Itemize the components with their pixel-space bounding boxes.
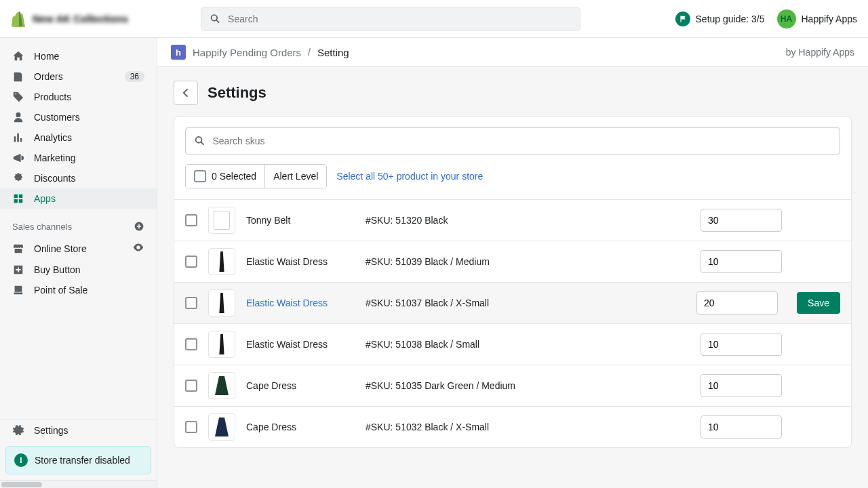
nav-analytics[interactable]: Analytics [0, 127, 157, 148]
sales-channels-header: Sales channels [0, 209, 157, 237]
nav-label: Marketing [34, 152, 75, 163]
transfer-banner[interactable]: i Store transfer disabled [5, 446, 151, 474]
search-icon [194, 135, 205, 147]
nav-label: Apps [34, 193, 56, 204]
channel-pos[interactable]: Point of Sale [0, 280, 157, 300]
row-checkbox[interactable] [185, 297, 197, 309]
table-row: Cape Dress#SKU: 51035 Dark Green / Mediu… [174, 365, 851, 406]
selected-count: 0 Selected [212, 171, 256, 182]
row-checkbox[interactable] [185, 380, 197, 392]
table-row: Tonny Belt#SKU: 51320 Black [174, 199, 851, 241]
view-store-icon[interactable] [132, 241, 144, 256]
selection-group: 0 Selected Alert Level [185, 164, 327, 188]
nav-label: Customers [34, 112, 80, 123]
alert-qty-input[interactable] [701, 333, 782, 356]
back-button[interactable] [174, 81, 198, 105]
app-header: h Happify Pending Orders / Setting by Ha… [157, 38, 868, 67]
product-thumbnail [208, 331, 235, 358]
nav-orders[interactable]: Orders 36 [0, 66, 157, 87]
home-icon [12, 50, 24, 62]
product-sku: #SKU: 51037 Black / X-Small [366, 298, 686, 308]
user-name: Happify Apps [802, 14, 858, 24]
settings-label: Settings [34, 425, 68, 436]
nav-home[interactable]: Home [0, 46, 157, 66]
product-thumbnail [208, 372, 235, 399]
nav-label: Analytics [34, 132, 72, 143]
product-thumbnail [208, 248, 235, 275]
product-name[interactable]: Elastic Waist Dress [246, 298, 355, 308]
global-search[interactable] [201, 7, 580, 31]
orders-badge: 36 [125, 71, 144, 82]
megaphone-icon [12, 152, 24, 164]
alert-qty-input[interactable] [696, 291, 778, 314]
pos-icon [12, 284, 24, 296]
page-title: Settings [208, 84, 267, 102]
flag-icon [675, 12, 690, 26]
table-row: Elastic Waist Dress#SKU: 51037 Black / X… [174, 282, 851, 323]
alert-qty-input[interactable] [701, 209, 782, 232]
checkbox-icon [194, 170, 206, 182]
product-rows: Tonny Belt#SKU: 51320 BlackElastic Waist… [174, 199, 851, 447]
topbar: New AK Collections Setup guide: 3/5 HA H… [0, 0, 868, 38]
page-head: Settings [157, 67, 868, 116]
breadcrumb-app[interactable]: Happify Pending Orders [193, 47, 301, 58]
gear-icon [12, 424, 24, 436]
select-all-checkbox[interactable]: 0 Selected [186, 165, 264, 188]
global-search-input[interactable] [228, 14, 572, 24]
save-button[interactable]: Save [797, 292, 840, 314]
select-all-link[interactable]: Select all 50+ product in your store [336, 171, 483, 182]
sku-search-input[interactable] [212, 136, 831, 146]
nav-products[interactable]: Products [0, 87, 157, 107]
nav-customers[interactable]: Customers [0, 107, 157, 127]
section-label: Sales channels [12, 222, 72, 232]
nav-discounts[interactable]: Discounts [0, 168, 157, 188]
nav-marketing[interactable]: Marketing [0, 148, 157, 168]
discount-icon [12, 172, 24, 184]
channel-buy-button[interactable]: Buy Button [0, 260, 157, 280]
app-logo-icon: h [171, 45, 186, 60]
product-thumbnail [208, 207, 235, 234]
row-checkbox[interactable] [185, 338, 197, 350]
sidebar: Home Orders 36 Products Customers Analyt… [0, 38, 157, 488]
sidebar-scrollbar[interactable] [0, 480, 157, 488]
channel-online-store[interactable]: Online Store [0, 237, 157, 260]
setup-guide-label: Setup guide: 3/5 [696, 14, 765, 24]
alert-qty-input[interactable] [701, 374, 782, 397]
setup-guide-link[interactable]: Setup guide: 3/5 [675, 12, 765, 26]
nav-scroll[interactable]: Home Orders 36 Products Customers Analyt… [0, 38, 157, 420]
layout: Home Orders 36 Products Customers Analyt… [0, 38, 868, 488]
table-row: Elastic Waist Dress#SKU: 51039 Black / M… [174, 241, 851, 282]
product-sku: #SKU: 51320 Black [366, 215, 690, 226]
alert-level-button[interactable]: Alert Level [264, 165, 326, 188]
byline: by Happify Apps [786, 47, 854, 58]
table-row: Cape Dress#SKU: 51032 Black / X-Small [174, 406, 851, 447]
product-sku: #SKU: 51039 Black / Medium [366, 256, 690, 267]
user-menu[interactable]: HA Happify Apps [777, 9, 858, 28]
add-channel-button[interactable] [134, 221, 144, 232]
channel-label: Online Store [34, 243, 87, 254]
store-name: New AK Collections [33, 13, 128, 24]
alert-qty-input[interactable] [701, 250, 782, 273]
product-name: Elastic Waist Dress [246, 256, 355, 267]
sku-search[interactable] [185, 127, 840, 155]
row-checkbox[interactable] [185, 256, 197, 268]
logo-area: New AK Collections [11, 11, 201, 27]
product-name: Cape Dress [246, 380, 355, 391]
analytics-icon [12, 131, 24, 144]
product-sku: #SKU: 51038 Black / Small [366, 339, 690, 350]
alert-qty-input[interactable] [701, 415, 782, 439]
product-thumbnail [208, 289, 235, 317]
product-name: Tonny Belt [246, 215, 355, 226]
row-checkbox[interactable] [185, 214, 197, 226]
nav-apps[interactable]: Apps [0, 188, 157, 209]
table-row: Elastic Waist Dress#SKU: 51038 Black / S… [174, 323, 851, 365]
transfer-label: Store transfer disabled [35, 455, 130, 466]
nav-label: Home [34, 51, 59, 62]
nav-settings[interactable]: Settings [0, 420, 157, 441]
channel-label: Buy Button [34, 264, 81, 275]
row-checkbox[interactable] [185, 421, 197, 433]
main[interactable]: h Happify Pending Orders / Setting by Ha… [157, 38, 868, 488]
settings-card: 0 Selected Alert Level Select all 50+ pr… [174, 116, 852, 448]
product-sku: #SKU: 51035 Dark Green / Medium [366, 380, 690, 391]
product-name: Elastic Waist Dress [246, 339, 355, 350]
